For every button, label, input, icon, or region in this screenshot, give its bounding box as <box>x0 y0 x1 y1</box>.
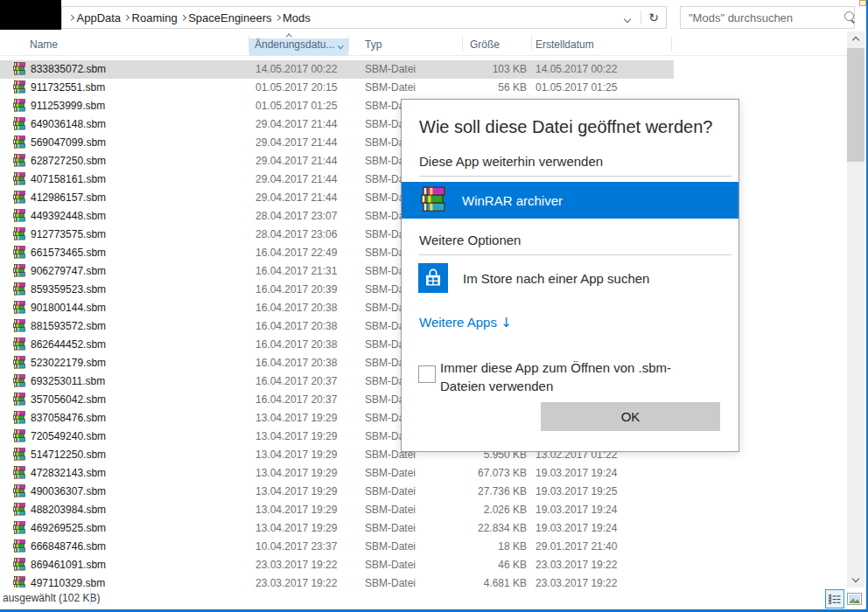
file-size: 2.026 KB <box>455 501 527 519</box>
search-icon[interactable] <box>843 10 847 24</box>
breadcrumb: AppData Roaming SpaceEngineers Mods <box>62 11 618 24</box>
file-name: 901800144.sbm <box>31 299 106 317</box>
column-header-created[interactable]: Erstelldatum <box>536 38 594 51</box>
winrar-file-icon <box>12 117 26 131</box>
file-type: SBM-Datei <box>365 556 416 574</box>
winrar-file-icon <box>12 301 26 315</box>
winrar-file-icon <box>12 172 26 186</box>
file-created-date: 19.03.2017 19:24 <box>536 501 617 519</box>
winrar-file-icon <box>12 411 26 425</box>
breadcrumb-item-mods[interactable]: Mods <box>279 11 314 24</box>
file-name: 649036148.sbm <box>31 115 106 134</box>
file-row[interactable]: 666848746.sbm10.04.2017 23:37SBM-Datei18… <box>0 538 674 556</box>
file-row[interactable]: 869461091.sbm23.03.2017 19:22SBM-Datei46… <box>0 556 674 574</box>
file-name: 862644452.sbm <box>31 336 106 354</box>
file-name: 859359523.sbm <box>31 281 106 299</box>
store-search-label: Im Store nach einer App suchen <box>463 271 649 286</box>
file-modified-date: 16.04.2017 20:39 <box>256 281 337 299</box>
dialog-title: Wie soll diese Datei geöffnet werden? <box>419 117 712 137</box>
file-row[interactable]: 488203984.sbm13.04.2017 19:29SBM-Datei2.… <box>0 501 674 519</box>
column-filter-dropdown[interactable] <box>333 38 348 56</box>
file-modified-date: 28.04.2017 23:06 <box>256 226 337 244</box>
scroll-down-button[interactable] <box>847 573 864 588</box>
column-header-modified[interactable]: Änderungsdatu... <box>255 38 334 51</box>
address-dropdown-button[interactable] <box>618 11 637 24</box>
winrar-file-icon <box>12 558 26 572</box>
always-use-checkbox[interactable] <box>418 365 436 383</box>
winrar-file-icon <box>12 80 26 94</box>
file-modified-date: 29.04.2017 21:44 <box>256 170 337 189</box>
file-row[interactable]: 911732551.sbm01.05.2017 20:15SBM-Datei56… <box>0 79 674 97</box>
vertical-scrollbar[interactable] <box>847 31 864 588</box>
scroll-up-button[interactable] <box>847 31 864 46</box>
file-row[interactable]: 833835072.sbm14.05.2017 00:22SBM-Datei10… <box>0 60 674 79</box>
file-name: 720549240.sbm <box>31 428 106 446</box>
details-view-icon <box>829 595 841 604</box>
refresh-icon[interactable]: ↻ <box>645 10 666 24</box>
column-header-name[interactable]: Name <box>30 38 58 51</box>
file-name: 488203984.sbm <box>31 501 106 519</box>
file-modified-date: 16.04.2017 20:37 <box>256 372 337 391</box>
ok-button[interactable]: OK <box>541 402 720 431</box>
winrar-file-icon <box>12 374 26 388</box>
thumbnail-view-button[interactable] <box>846 592 862 605</box>
scrollbar-thumb[interactable] <box>847 48 864 162</box>
column-header-size[interactable]: Größe <box>470 38 500 51</box>
file-row[interactable]: 490036307.sbm13.04.2017 19:29SBM-Datei27… <box>0 483 674 501</box>
file-modified-date: 16.04.2017 20:38 <box>256 354 337 372</box>
file-name: 407158161.sbm <box>31 170 106 189</box>
file-modified-date: 13.04.2017 19:29 <box>256 446 337 464</box>
winrar-file-icon <box>12 466 26 480</box>
breadcrumb-item-roaming[interactable]: Roaming <box>129 11 181 24</box>
dialog-separator <box>419 176 732 177</box>
winrar-file-icon <box>12 191 26 205</box>
file-modified-date: 29.04.2017 21:44 <box>256 152 337 170</box>
file-name: 449392448.sbm <box>31 207 106 226</box>
winrar-file-icon <box>12 393 26 407</box>
file-size: 22.834 KB <box>455 519 527 538</box>
file-row[interactable]: 469269525.sbm13.04.2017 19:29SBM-Datei22… <box>0 519 674 538</box>
file-modified-date: 10.04.2017 23:37 <box>256 538 337 556</box>
winrar-file-icon <box>12 246 26 260</box>
file-size: 67.073 KB <box>455 464 527 483</box>
file-type: SBM-Datei <box>365 538 416 556</box>
file-name: 661573465.sbm <box>31 244 106 262</box>
column-header-type[interactable]: Typ <box>365 38 382 51</box>
file-name: 693253011.sbm <box>31 372 105 391</box>
breadcrumb-item-spaceengineers[interactable]: SpaceEngineers <box>185 11 275 24</box>
file-name: 469269525.sbm <box>31 519 106 538</box>
winrar-file-icon <box>12 448 26 462</box>
winrar-file-icon <box>12 521 26 535</box>
file-modified-date: 16.04.2017 20:38 <box>256 317 337 336</box>
file-size: 46 KB <box>455 556 527 574</box>
winrar-file-icon <box>12 429 26 443</box>
winrar-file-icon <box>12 136 26 150</box>
more-options-section-label: Weitere Optionen <box>419 233 521 247</box>
file-created-date: 29.01.2017 21:40 <box>536 538 617 556</box>
file-row[interactable]: 472832143.sbm13.04.2017 19:29SBM-Datei67… <box>0 464 674 483</box>
app-option-winrar[interactable]: WinRAR archiver <box>402 182 738 219</box>
search-box[interactable] <box>680 6 855 29</box>
file-type: SBM-Datei <box>365 60 416 79</box>
file-modified-date: 29.04.2017 21:44 <box>256 115 337 134</box>
censored-navigation-region <box>0 0 61 30</box>
file-name: 490036307.sbm <box>31 483 106 501</box>
search-input[interactable] <box>681 11 843 24</box>
file-modified-date: 13.04.2017 19:29 <box>256 483 337 501</box>
file-modified-date: 16.04.2017 20:38 <box>256 336 337 354</box>
winrar-file-icon <box>12 99 26 113</box>
address-bar[interactable]: AppData Roaming SpaceEngineers Mods ↻ <box>61 6 667 29</box>
file-modified-date: 23.03.2017 19:22 <box>256 556 337 574</box>
winrar-file-icon <box>12 503 26 517</box>
breadcrumb-item-appdata[interactable]: AppData <box>74 11 125 24</box>
column-headers: Name Änderungsdatu... Typ Größe Erstelld… <box>0 31 847 56</box>
details-view-button[interactable] <box>825 589 844 609</box>
winrar-file-icon <box>12 337 26 351</box>
file-modified-date: 14.05.2017 00:22 <box>256 60 337 79</box>
explorer-window: AppData Roaming SpaceEngineers Mods ↻ Na… <box>0 0 868 612</box>
file-type: SBM-Datei <box>365 79 416 97</box>
file-modified-date: 16.04.2017 20:38 <box>256 299 337 317</box>
more-apps-link[interactable]: Weitere Apps ↓ <box>419 315 512 330</box>
store-search-option[interactable]: Im Store nach einer App suchen <box>418 262 649 294</box>
file-name: 357056042.sbm <box>31 391 106 409</box>
